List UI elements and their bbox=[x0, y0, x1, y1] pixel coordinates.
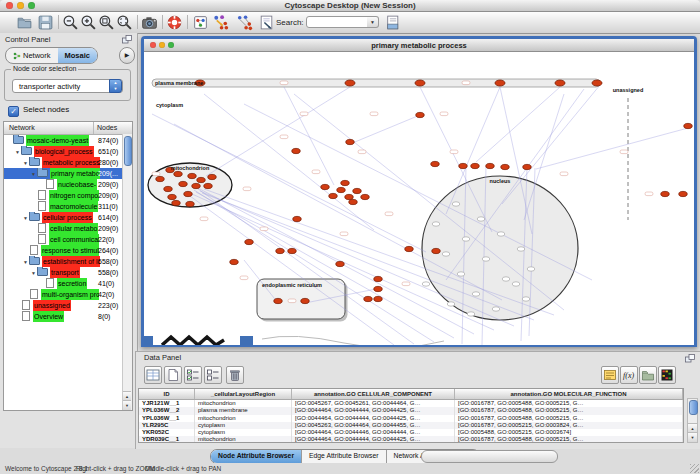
table-vertical-scrollbar[interactable]: ▲ ▼ bbox=[687, 398, 698, 443]
table-horizontal-scrollbar-thumb[interactable] bbox=[421, 450, 558, 463]
network-node[interactable] bbox=[208, 174, 216, 179]
network-node[interactable] bbox=[592, 80, 602, 86]
expand-arrow[interactable]: ▼ bbox=[30, 268, 37, 278]
tree-row[interactable]: secretion41(0) bbox=[4, 278, 132, 289]
expand-arrow[interactable]: ▼ bbox=[22, 213, 29, 223]
help-button[interactable] bbox=[166, 14, 183, 31]
attribute-grid-button[interactable] bbox=[144, 366, 162, 384]
network-node[interactable] bbox=[501, 164, 509, 169]
tree-row[interactable]: ▼cellular process614(0) bbox=[4, 212, 132, 223]
table-row[interactable]: YPL036W__1mitochondrion[GO:0044464, GO:0… bbox=[139, 415, 683, 422]
network-node[interactable] bbox=[679, 191, 687, 196]
network-node[interactable] bbox=[288, 248, 296, 253]
attribute-list-button[interactable] bbox=[601, 366, 619, 384]
tree-row[interactable]: nucleobase-209(0) bbox=[4, 179, 132, 190]
network-node[interactable] bbox=[184, 191, 192, 196]
network-node[interactable] bbox=[405, 246, 413, 251]
tree-row[interactable]: unassigned223(0) bbox=[4, 300, 132, 311]
network-node[interactable] bbox=[416, 112, 424, 117]
nucleus-node[interactable] bbox=[482, 257, 490, 261]
nucleus-node[interactable] bbox=[517, 247, 525, 251]
tree-row[interactable]: cellular metabo209(0) bbox=[4, 223, 132, 234]
network-node[interactable] bbox=[301, 298, 309, 303]
tree-row[interactable]: macromolecule311(0) bbox=[4, 201, 132, 212]
network-node[interactable] bbox=[495, 80, 505, 86]
table-column-header[interactable]: _cellularLayoutRegion bbox=[195, 389, 292, 399]
tree-row[interactable]: ▼metabolic process280(0) bbox=[4, 157, 132, 168]
scroll-down-button[interactable]: ▼ bbox=[123, 400, 131, 410]
nucleus-node[interactable] bbox=[452, 202, 460, 206]
import-attributes-button[interactable] bbox=[384, 14, 401, 31]
table-row[interactable]: YDR039C__1mitochondrion[GO:0044464, GO:0… bbox=[139, 436, 683, 443]
network-node[interactable] bbox=[164, 186, 172, 191]
network-node[interactable] bbox=[204, 183, 212, 188]
vizmapper-button[interactable] bbox=[192, 14, 209, 31]
nucleus-node[interactable] bbox=[502, 277, 510, 281]
network-node[interactable] bbox=[555, 80, 565, 86]
network-node[interactable] bbox=[292, 148, 300, 153]
search-input[interactable] bbox=[306, 16, 368, 28]
zoom-in-button[interactable] bbox=[80, 14, 97, 31]
create-attribute-button[interactable] bbox=[164, 366, 182, 384]
window-resize-grip[interactable] bbox=[690, 464, 699, 473]
network-node[interactable] bbox=[230, 259, 238, 264]
unselect-attributes-button[interactable] bbox=[204, 366, 222, 384]
network-node[interactable] bbox=[353, 188, 361, 193]
nucleus-node[interactable] bbox=[492, 307, 500, 311]
network-node[interactable] bbox=[345, 80, 355, 86]
network-node[interactable] bbox=[349, 199, 357, 204]
table-row[interactable]: YLR295Ccytoplasm[GO:0045263, GO:0044464,… bbox=[139, 422, 683, 429]
table-column-header[interactable]: annotation.GO CELLULAR_COMPONENT bbox=[292, 389, 455, 399]
network-node[interactable] bbox=[364, 296, 372, 301]
save-session-button[interactable] bbox=[37, 14, 54, 31]
network-node[interactable] bbox=[293, 216, 301, 221]
node-color-dropdown[interactable]: transporter activity ▲▼ bbox=[12, 79, 123, 93]
nucleus-node[interactable] bbox=[527, 267, 535, 271]
tree-row[interactable]: ▼transport558(0) bbox=[4, 267, 132, 278]
tab-network[interactable]: Network bbox=[6, 48, 58, 63]
tree-row[interactable]: cell communicat22(0) bbox=[4, 234, 132, 245]
nucleus-node[interactable] bbox=[467, 312, 475, 316]
table-column-header[interactable]: ID bbox=[139, 389, 195, 399]
nucleus-node[interactable] bbox=[497, 232, 505, 236]
tree-scrollbar-thumb[interactable] bbox=[124, 136, 132, 166]
network-node[interactable] bbox=[197, 177, 205, 182]
network-node[interactable] bbox=[341, 180, 349, 185]
network-node[interactable] bbox=[337, 187, 345, 192]
table-column-header[interactable]: annotation.GO MOLECULAR_FUNCTION bbox=[455, 389, 683, 399]
tree-row[interactable]: ▼establishment of lo558(0) bbox=[4, 256, 132, 267]
network-node[interactable] bbox=[374, 296, 382, 301]
network-node[interactable] bbox=[168, 194, 176, 199]
network-node[interactable] bbox=[172, 200, 180, 205]
zoom-fit-button[interactable] bbox=[116, 14, 133, 31]
network-node[interactable] bbox=[156, 176, 164, 181]
tree-row[interactable]: mosaic-demo-yeast874(0) bbox=[4, 135, 132, 146]
network-node[interactable] bbox=[336, 261, 344, 266]
nucleus-node[interactable] bbox=[462, 237, 470, 241]
tab-node-attribute-browser[interactable]: Node Attribute Browser bbox=[211, 450, 302, 463]
nucleus-node[interactable] bbox=[422, 282, 430, 286]
network-node[interactable] bbox=[186, 201, 194, 206]
tree-row[interactable]: ▼primary metabo209(... bbox=[4, 168, 132, 179]
nucleus-node[interactable] bbox=[472, 292, 480, 296]
network-node[interactable] bbox=[486, 163, 494, 168]
color-mapping-button[interactable] bbox=[658, 366, 676, 384]
open-session-button[interactable] bbox=[16, 14, 33, 31]
expand-arrow[interactable]: ▼ bbox=[22, 158, 29, 168]
nucleus-node[interactable] bbox=[457, 272, 465, 276]
tree-vertical-scrollbar[interactable]: ▲ ▼ bbox=[122, 134, 132, 410]
network-node[interactable] bbox=[192, 183, 200, 188]
network-node[interactable] bbox=[684, 123, 692, 128]
network-node[interactable] bbox=[274, 298, 282, 303]
network-node[interactable] bbox=[174, 171, 182, 176]
delete-attribute-button[interactable] bbox=[226, 366, 244, 384]
network-node[interactable] bbox=[432, 248, 440, 253]
import-attribute-file-button[interactable] bbox=[639, 366, 657, 384]
float-panel-button[interactable] bbox=[685, 354, 695, 363]
table-scrollbar-thumb[interactable] bbox=[689, 400, 698, 415]
search-dropdown-button[interactable]: ▼ bbox=[367, 16, 379, 28]
nucleus-node[interactable] bbox=[432, 222, 440, 226]
network-node[interactable] bbox=[361, 194, 369, 199]
zoom-out-button[interactable] bbox=[62, 14, 79, 31]
network-canvas[interactable]: plasma membranecytoplasmmitochondrionnuc… bbox=[144, 52, 694, 345]
